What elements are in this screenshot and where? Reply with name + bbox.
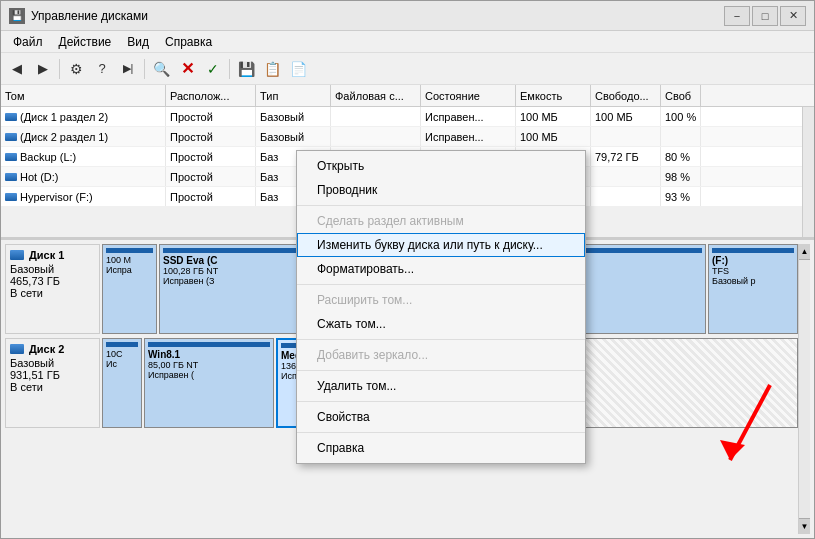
maximize-button[interactable]: □: [752, 6, 778, 26]
cell-free-4: [591, 167, 661, 186]
window-title: Управление дисками: [31, 9, 724, 23]
cm-sep6: [297, 432, 585, 433]
disk1-part3-fs: TFS: [712, 266, 794, 276]
search-button[interactable]: 🔍: [149, 57, 173, 81]
cell-free-1: 100 МБ: [591, 107, 661, 126]
back-button[interactable]: ◀: [5, 57, 29, 81]
col-header-free-pct[interactable]: Своб: [661, 85, 701, 106]
menu-bar: Файл Действие Вид Справка: [1, 31, 814, 53]
part3-bar: [712, 248, 794, 253]
disk2-part2-label: Win8.1: [148, 349, 270, 360]
settings-button[interactable]: ⚙: [64, 57, 88, 81]
cm-format[interactable]: Форматировать...: [297, 257, 585, 281]
cm-shrink[interactable]: Сжать том...: [297, 312, 585, 336]
disk2-title: Диск 2: [10, 343, 95, 355]
disk2-size: 931,51 ГБ: [10, 369, 95, 381]
cm-sep5: [297, 401, 585, 402]
disk2-part2-bar: [148, 342, 270, 347]
disk2-part2-size: 85,00 ГБ NT: [148, 360, 270, 370]
disk-icon-5: [5, 193, 17, 201]
col-header-tom[interactable]: Том: [1, 85, 166, 106]
scroll-up-btn[interactable]: ▲: [799, 244, 810, 260]
menu-view[interactable]: Вид: [119, 33, 157, 51]
disk1-type: Базовый: [10, 263, 95, 275]
disk1-icon: [10, 250, 24, 260]
document-button[interactable]: 📄: [286, 57, 310, 81]
col-header-capacity[interactable]: Емкость: [516, 85, 591, 106]
disk2-part2-status: Исправен (: [148, 370, 270, 380]
disk2-part1-bar: [106, 342, 138, 347]
forward-button[interactable]: ▶: [31, 57, 55, 81]
cell-fs-2: [331, 127, 421, 146]
disk1-label: Диск 1 Базовый 465,73 ГБ В сети: [5, 244, 100, 334]
part1-bar: [106, 248, 153, 253]
cell-tom-5: Hypervisor (F:): [1, 187, 166, 206]
cm-sep1: [297, 205, 585, 206]
menu-file[interactable]: Файл: [5, 33, 51, 51]
disk1-part1-status: Испра: [106, 265, 153, 275]
disk1-part1[interactable]: 100 М Испра: [102, 244, 157, 334]
separator-2: [144, 59, 145, 79]
disk1-part1-label: 100 М: [106, 255, 153, 265]
table-row[interactable]: (Диск 1 раздел 2) Простой Базовый Исправ…: [1, 107, 814, 127]
disk1-size: 465,73 ГБ: [10, 275, 95, 287]
table-header: Том Располож... Тип Файловая с... Состоя…: [1, 85, 814, 107]
cell-free-2: [591, 127, 661, 146]
disk1-part3-label: (F:): [712, 255, 794, 266]
table-row[interactable]: (Диск 2 раздел 1) Простой Базовый Исправ…: [1, 127, 814, 147]
scroll-down-btn[interactable]: ▼: [799, 518, 810, 534]
toolbar: ◀ ▶ ⚙ ? ▶| 🔍 ✕ ✓ 💾 📋 📄: [1, 53, 814, 85]
help-button[interactable]: ?: [90, 57, 114, 81]
disk1-part3[interactable]: (F:) TFS Базовый р: [708, 244, 798, 334]
disk1-name: Диск 1: [29, 249, 64, 261]
disk2-status: В сети: [10, 381, 95, 393]
cm-properties[interactable]: Свойства: [297, 405, 585, 429]
check-button[interactable]: ✓: [201, 57, 225, 81]
cm-delete[interactable]: Удалить том...: [297, 374, 585, 398]
col-header-fs[interactable]: Файловая с...: [331, 85, 421, 106]
col-header-location[interactable]: Располож...: [166, 85, 256, 106]
disk-icon-3: [5, 153, 17, 161]
disk1-title: Диск 1: [10, 249, 95, 261]
clipboard-button[interactable]: 📋: [260, 57, 284, 81]
disk2-part1-label: 10С: [106, 349, 138, 359]
close-button[interactable]: ✕: [780, 6, 806, 26]
cell-loc-4: Простой: [166, 167, 256, 186]
disk2-name: Диск 2: [29, 343, 64, 355]
disk2-part2[interactable]: Win8.1 85,00 ГБ NT Исправен (: [144, 338, 274, 428]
cm-change-letter[interactable]: Изменить букву диска или путь к диску...: [297, 233, 585, 257]
cm-activate: Сделать раздел активным: [297, 209, 585, 233]
cm-open[interactable]: Открыть: [297, 154, 585, 178]
cell-cap-1: 100 МБ: [516, 107, 591, 126]
context-menu: Открыть Проводник Сделать раздел активны…: [296, 150, 586, 464]
disk2-type: Базовый: [10, 357, 95, 369]
cm-help[interactable]: Справка: [297, 436, 585, 460]
menu-help[interactable]: Справка: [157, 33, 220, 51]
col-header-status[interactable]: Состояние: [421, 85, 516, 106]
col-header-free[interactable]: Свободо...: [591, 85, 661, 106]
cm-extend: Расширить том...: [297, 288, 585, 312]
minimize-button[interactable]: −: [724, 6, 750, 26]
main-content: Том Располож... Тип Файловая с... Состоя…: [1, 85, 814, 538]
cm-explorer[interactable]: Проводник: [297, 178, 585, 202]
menu-action[interactable]: Действие: [51, 33, 120, 51]
lower-scrollbar-v[interactable]: ▲ ▼: [798, 244, 810, 534]
disk2-label: Диск 2 Базовый 931,51 ГБ В сети: [5, 338, 100, 428]
app-icon: 💾: [9, 8, 25, 24]
play-button[interactable]: ▶|: [116, 57, 140, 81]
cell-loc-1: Простой: [166, 107, 256, 126]
delete-button[interactable]: ✕: [175, 57, 199, 81]
save-button[interactable]: 💾: [234, 57, 258, 81]
cell-type-2: Базовый: [256, 127, 331, 146]
disk2-part1-status: Ис: [106, 359, 138, 369]
col-header-type[interactable]: Тип: [256, 85, 331, 106]
cm-mirror: Добавить зеркало...: [297, 343, 585, 367]
cell-loc-2: Простой: [166, 127, 256, 146]
cell-free-5: [591, 187, 661, 206]
disk2-icon: [10, 344, 24, 354]
disk1-part3-type: Базовый р: [712, 276, 794, 286]
upper-scrollbar[interactable]: [802, 107, 814, 237]
cm-sep3: [297, 339, 585, 340]
disk2-part1[interactable]: 10С Ис: [102, 338, 142, 428]
separator-3: [229, 59, 230, 79]
